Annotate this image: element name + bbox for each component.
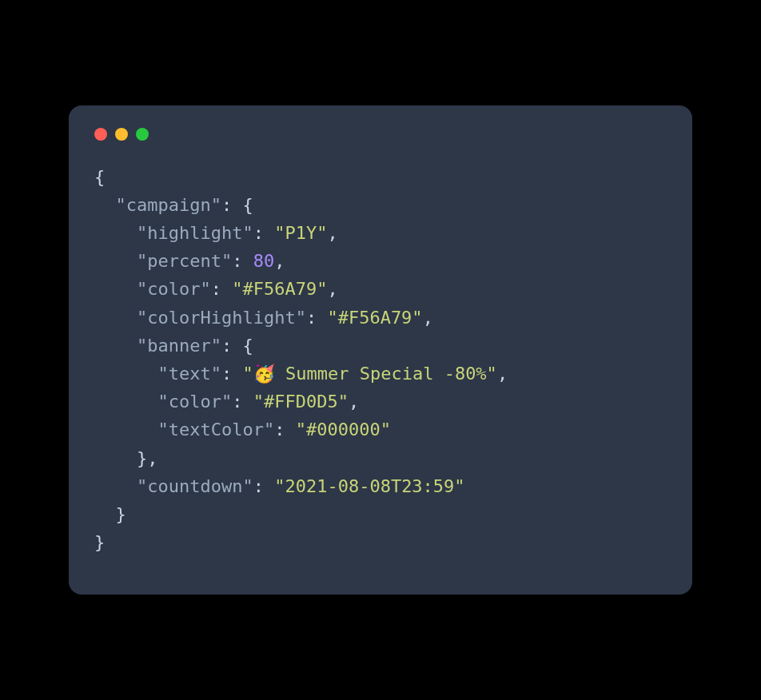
- code-token: :: [232, 392, 253, 412]
- code-token: : {: [221, 195, 253, 215]
- code-window: { "campaign": { "highlight": "P1Y", "per…: [69, 105, 692, 595]
- close-icon[interactable]: [94, 128, 107, 141]
- code-token: ,: [327, 279, 337, 299]
- code-token: ,: [274, 251, 285, 271]
- code-key: "text": [157, 364, 221, 384]
- code-token: [94, 504, 116, 524]
- code-string: "2021-08-08T23:59": [274, 476, 464, 496]
- code-token: ,: [497, 364, 508, 384]
- code-key: "highlight": [137, 223, 253, 243]
- code-token: ,: [349, 392, 359, 412]
- code-token: ,: [327, 223, 337, 243]
- maximize-icon[interactable]: [136, 128, 149, 141]
- code-token: }: [116, 504, 126, 524]
- minimize-icon[interactable]: [115, 128, 128, 141]
- code-string: "#FFD0D5": [253, 392, 349, 412]
- code-token: [94, 279, 137, 299]
- code-key: "countdown": [137, 476, 253, 496]
- code-number: 80: [253, 251, 275, 271]
- code-token: [94, 364, 157, 384]
- code-token: [94, 392, 157, 412]
- code-token: :: [232, 251, 253, 271]
- code-token: ,: [423, 308, 433, 328]
- code-token: :: [253, 223, 275, 243]
- code-key: "percent": [137, 251, 232, 271]
- code-token: {: [94, 167, 105, 187]
- code-key: "color": [157, 392, 232, 412]
- code-token: }: [94, 532, 105, 552]
- code-string: "#000000": [296, 420, 391, 439]
- code-token: : {: [221, 336, 253, 356]
- code-token: [94, 195, 116, 215]
- code-key: "banner": [137, 336, 221, 356]
- code-token: :: [274, 420, 296, 439]
- code-token: :: [306, 308, 328, 328]
- code-token: :: [221, 364, 243, 384]
- window-titlebar: [94, 128, 667, 141]
- code-string: "#F56A79": [327, 308, 422, 328]
- code-key: "colorHighlight": [137, 308, 306, 328]
- code-key: "campaign": [116, 195, 221, 215]
- code-key: "color": [137, 279, 211, 299]
- code-string: "P1Y": [274, 223, 327, 243]
- code-token: [94, 420, 157, 439]
- code-token: :: [211, 279, 233, 299]
- code-token: [94, 223, 137, 243]
- code-string: "#F56A79": [232, 279, 327, 299]
- code-string: "🥳 Summer Special -80%": [242, 364, 496, 384]
- code-token: [94, 476, 137, 496]
- code-token: :: [253, 476, 275, 496]
- code-key: "textColor": [157, 420, 274, 439]
- code-token: [94, 448, 137, 468]
- code-token: [94, 251, 137, 271]
- code-token: [94, 336, 137, 356]
- code-token: },: [137, 448, 158, 468]
- code-block: { "campaign": { "highlight": "P1Y", "per…: [94, 163, 667, 557]
- code-token: [94, 308, 137, 328]
